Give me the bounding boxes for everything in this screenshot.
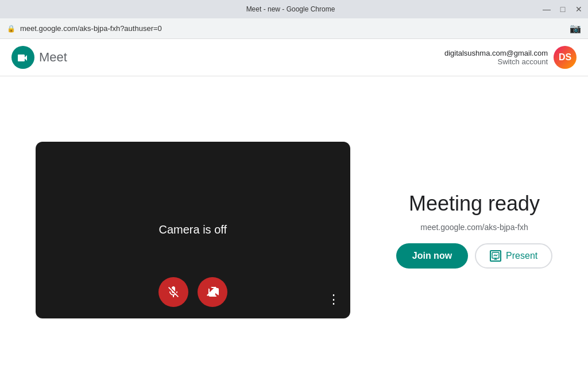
content-area: Camera is off ⋮ Meeting ready <box>0 76 588 383</box>
address-text[interactable]: meet.google.com/aks-bjpa-fxh?authuser=0 <box>20 24 565 33</box>
camera-icon: 📷 <box>570 23 581 34</box>
meet-logo-icon <box>16 50 30 64</box>
header: Meet digitalsushma.com@gmail.com Switch … <box>0 39 588 76</box>
maximize-button[interactable]: □ <box>558 5 567 14</box>
more-options-button[interactable]: ⋮ <box>327 292 341 307</box>
main-page: Meet digitalsushma.com@gmail.com Switch … <box>0 39 588 385</box>
browser-controls: — □ ✕ <box>542 5 583 14</box>
present-svg-icon <box>492 252 500 260</box>
avatar-initials: DS <box>559 52 571 63</box>
meet-logo <box>11 46 34 69</box>
lock-icon: 🔒 <box>7 25 16 33</box>
meeting-ready-title: Meeting ready <box>409 192 540 216</box>
account-info: digitalsushma.com@gmail.com Switch accou… <box>444 49 548 66</box>
more-dots-icon: ⋮ <box>327 292 341 307</box>
close-button[interactable]: ✕ <box>574 5 583 14</box>
mute-button[interactable] <box>158 277 188 307</box>
app-name: Meet <box>39 50 67 65</box>
present-label: Present <box>506 251 537 261</box>
join-now-button[interactable]: Join now <box>396 243 468 269</box>
right-panel: Meeting ready meet.google.com/aks-bjpa-f… <box>396 192 552 269</box>
avatar[interactable]: DS <box>554 46 577 69</box>
logo-area: Meet <box>11 46 67 69</box>
account-area: digitalsushma.com@gmail.com Switch accou… <box>444 46 577 69</box>
camera-button[interactable] <box>198 277 227 307</box>
present-button[interactable]: Present <box>475 243 552 269</box>
browser-title: Meet - new - Google Chrome <box>39 5 542 13</box>
meeting-link: meet.google.com/aks-bjpa-fxh <box>420 223 528 232</box>
switch-account-link[interactable]: Switch account <box>444 57 548 66</box>
video-preview: Camera is off ⋮ <box>36 142 350 318</box>
minimize-button[interactable]: — <box>542 5 551 14</box>
present-icon <box>490 250 501 262</box>
browser-titlebar: Meet - new - Google Chrome — □ ✕ <box>0 0 588 18</box>
mic-off-icon <box>167 285 180 299</box>
address-bar: 🔒 meet.google.com/aks-bjpa-fxh?authuser=… <box>0 18 588 39</box>
camera-off-label: Camera is off <box>158 223 227 236</box>
video-controls <box>36 277 350 307</box>
account-email: digitalsushma.com@gmail.com <box>444 49 548 57</box>
cam-off-icon <box>206 285 219 299</box>
action-buttons: Join now Present <box>396 243 552 269</box>
